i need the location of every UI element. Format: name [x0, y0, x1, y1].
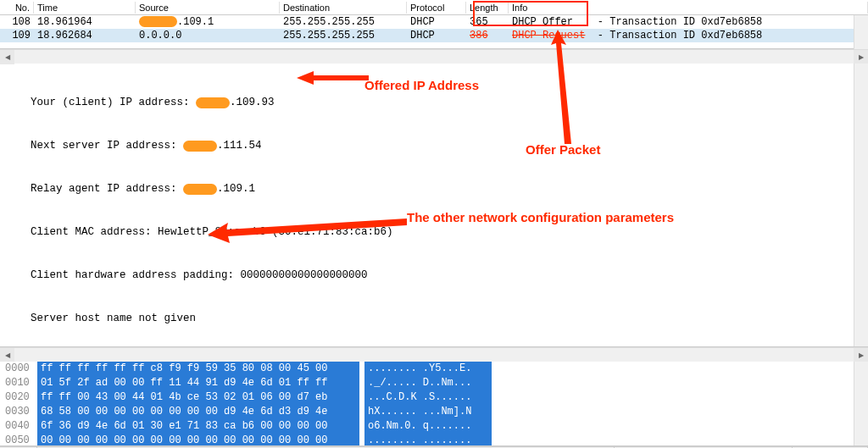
packet-list-pane: No. Time Source Destination Protocol Len… [0, 0, 868, 49]
packet-row-selected[interactable]: 109 18.962684 0.0.0.0 255.255.255.255 DH… [0, 29, 868, 42]
bytes-offset: 0000 [0, 362, 37, 376]
redacted-ip [183, 141, 217, 152]
bytes-row[interactable]: 0020ff ff 00 43 00 44 01 4b ce 53 02 01 … [0, 390, 868, 405]
col-header-len[interactable]: Length [466, 2, 509, 14]
col-header-no[interactable]: No. [0, 2, 34, 14]
cell-info: DHCP Offer - Transaction ID 0xd7eb6858 [509, 16, 868, 28]
bytes-row[interactable]: 005000 00 00 00 00 00 00 00 00 00 00 00 … [0, 434, 868, 446]
bytes-ascii[interactable]: ._/..... D..Nm... [364, 376, 492, 390]
col-header-time[interactable]: Time [34, 2, 136, 14]
bytes-row[interactable]: 003068 58 00 00 00 00 00 00 00 00 d9 4e … [0, 405, 868, 419]
cell-proto: DHCP [407, 16, 466, 28]
bytes-offset: 0050 [0, 434, 37, 446]
cell-len: 386 [466, 30, 509, 41]
cell-dst: 255.255.255.255 [280, 30, 407, 41]
packet-list-hscroll[interactable]: ◀ ▶ [0, 49, 868, 64]
redacted-ip [139, 16, 177, 27]
bytes-hex[interactable]: 00 00 00 00 00 00 00 00 00 00 00 00 00 0… [37, 434, 359, 446]
bytes-ascii[interactable]: hX...... ...Nm].N [364, 405, 492, 419]
col-header-info[interactable]: Info [509, 2, 868, 14]
bytes-hex[interactable]: 6f 36 d9 4e 6d 01 30 e1 71 83 ca b6 00 0… [37, 419, 359, 434]
cell-time: 18.962684 [34, 30, 136, 41]
packet-row[interactable]: 108 18.961964 .109.1 255.255.255.255 DHC… [0, 15, 868, 29]
bytes-offset: 0030 [0, 405, 37, 419]
redacted-ip [183, 184, 217, 195]
detail-relay[interactable]: Relay agent IP address: .109.1 [7, 182, 868, 196]
bytes-ascii[interactable]: ........ .Y5...E. [364, 362, 492, 376]
cell-dst: 255.255.255.255 [280, 16, 407, 28]
bytes-ascii[interactable]: ........ ........ [364, 434, 492, 446]
col-header-proto[interactable]: Protocol [407, 2, 466, 14]
detail-server-host[interactable]: Server host name not given [7, 312, 868, 326]
bytes-row[interactable]: 00406f 36 d9 4e 6d 01 30 e1 71 83 ca b6 … [0, 419, 868, 434]
cell-len: 365 [466, 16, 509, 28]
cell-proto: DHCP [407, 30, 466, 41]
detail-padding[interactable]: Client hardware address padding: 0000000… [7, 268, 868, 283]
col-header-src[interactable]: Source [136, 2, 280, 14]
scroll-right-icon[interactable]: ▶ [854, 50, 868, 64]
scroll-left-icon[interactable]: ◀ [0, 348, 14, 362]
detail-client-ip[interactable]: Your (client) IP address: .109.93 [7, 96, 868, 110]
bytes-hex[interactable]: 68 58 00 00 00 00 00 00 00 00 d9 4e 6d d… [37, 405, 359, 419]
detail-mac[interactable]: Client MAC address: HewlettP_83:ca:b6 (3… [7, 225, 868, 240]
col-header-dst[interactable]: Destination [280, 2, 407, 14]
scroll-right-icon[interactable]: ▶ [854, 348, 868, 362]
scroll-left-icon[interactable]: ◀ [0, 50, 14, 64]
bytes-ascii[interactable]: o6.Nm.0. q....... [364, 419, 492, 434]
bytes-row[interactable]: 0000ff ff ff ff ff ff c8 f9 f9 59 35 80 … [0, 362, 868, 376]
cell-no: 108 [0, 16, 34, 28]
bytes-ascii[interactable]: ...C.D.K .S...... [364, 390, 492, 405]
cell-time: 18.961964 [34, 16, 136, 28]
bytes-hex[interactable]: ff ff 00 43 00 44 01 4b ce 53 02 01 06 0… [37, 390, 359, 405]
bytes-offset: 0010 [0, 376, 37, 390]
packet-list-vscroll[interactable] [854, 15, 868, 49]
bytes-offset: 0040 [0, 419, 37, 434]
packet-details-pane[interactable]: Your (client) IP address: .109.93 Next s… [0, 64, 868, 347]
bytes-row[interactable]: 001001 5f 2f ad 00 00 ff 11 44 91 d9 4e … [0, 376, 868, 390]
redacted-ip [196, 97, 230, 108]
details-vscroll[interactable] [854, 64, 868, 346]
detail-next-server[interactable]: Next server IP address: .111.54 [7, 139, 868, 153]
packet-list-header: No. Time Source Destination Protocol Len… [0, 0, 868, 15]
bytes-vscroll[interactable] [854, 362, 868, 445]
bytes-hex[interactable]: ff ff ff ff ff ff c8 f9 f9 59 35 80 08 0… [37, 362, 359, 376]
cell-src: .109.1 [136, 16, 280, 28]
details-hscroll[interactable]: ◀ ▶ [0, 347, 868, 362]
cell-src: 0.0.0.0 [136, 30, 280, 41]
packet-bytes-pane[interactable]: 0000ff ff ff ff ff ff c8 f9 f9 59 35 80 … [0, 362, 868, 446]
cell-no: 109 [0, 30, 34, 41]
bytes-offset: 0020 [0, 390, 37, 405]
cell-info: DHCP Request - Transaction ID 0xd7eb6858 [509, 30, 868, 41]
bytes-hex[interactable]: 01 5f 2f ad 00 00 ff 11 44 91 d9 4e 6d 0… [37, 376, 359, 390]
